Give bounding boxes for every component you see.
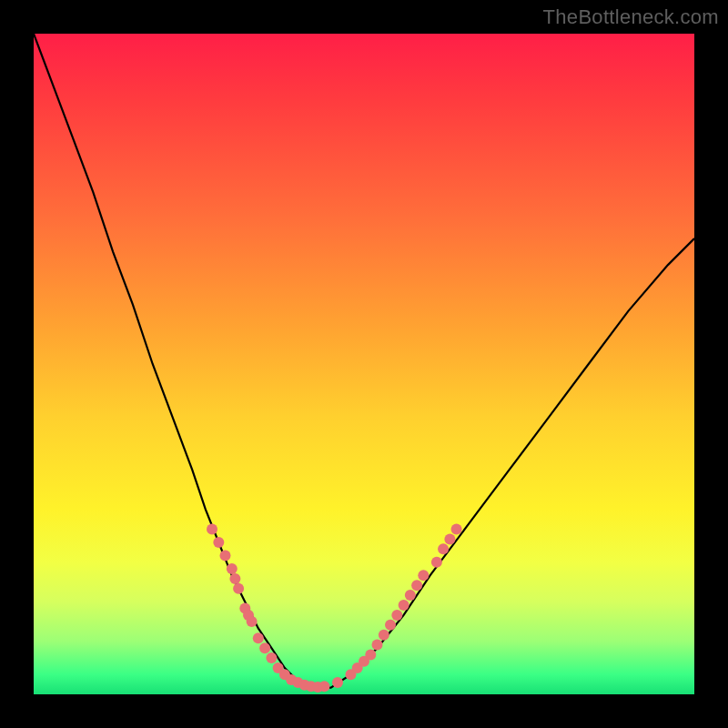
curve-marker — [253, 632, 264, 643]
curve-marker — [229, 573, 240, 584]
curve-marker — [233, 583, 244, 594]
chart-frame: TheBottleneck.com — [0, 0, 728, 728]
curve-marker — [220, 551, 231, 561]
curve-marker — [438, 543, 449, 554]
curve-marker — [372, 640, 383, 651]
curve-marker — [266, 652, 277, 663]
curve-marker — [247, 616, 258, 627]
curve-marker — [318, 681, 329, 692]
plot-area — [34, 34, 694, 694]
curve-marker — [227, 563, 238, 574]
curve-marker — [207, 524, 217, 535]
curve-svg — [34, 34, 694, 694]
curve-marker — [391, 610, 402, 621]
curve-marker — [365, 649, 376, 660]
curve-marker — [451, 524, 462, 535]
bottleneck-curve — [34, 34, 694, 688]
curve-marker — [213, 537, 224, 548]
curve-marker — [379, 630, 389, 641]
curve-marker — [431, 557, 442, 568]
curve-marker — [405, 590, 416, 601]
curve-marker — [399, 600, 410, 611]
curve-marker — [385, 620, 396, 631]
watermark-text: TheBottleneck.com — [543, 5, 719, 29]
curve-marker — [259, 642, 270, 653]
curve-marker — [418, 570, 429, 581]
curve-marker — [411, 580, 422, 591]
curve-markers — [207, 524, 462, 693]
curve-marker — [332, 677, 343, 688]
curve-marker — [444, 533, 455, 544]
